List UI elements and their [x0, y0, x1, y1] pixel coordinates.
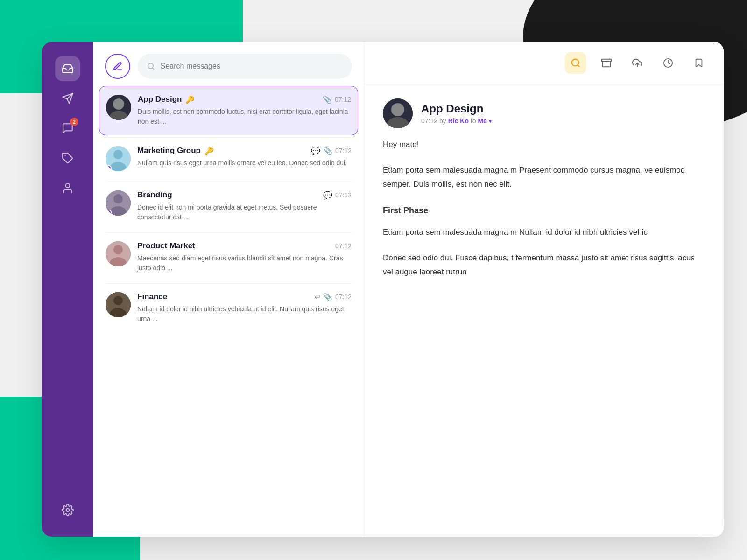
conv-avatar-branding [106, 190, 131, 216]
settings-icon [62, 504, 74, 516]
svg-point-8 [113, 98, 124, 110]
conv-avatar-product [106, 241, 131, 266]
conv-preview-marketing: Nullam quis risus eget urna mollis ornar… [137, 158, 352, 168]
toolbar-archive-icon [601, 58, 612, 68]
attachment-icon-marketing: 📎 [323, 147, 332, 155]
key-icon-marketing: 🔑 [204, 147, 214, 155]
message-paragraph3: Donec sed odio dui. Fusce dapibus, t fer… [383, 251, 705, 280]
search-icon [147, 62, 155, 70]
svg-point-4 [66, 509, 70, 512]
app-container: 2 [42, 42, 724, 537]
compose-icon [113, 61, 123, 71]
toolbar-search-button[interactable] [565, 52, 586, 74]
conv-avatar-marketing [106, 146, 131, 171]
svg-point-14 [113, 194, 123, 203]
svg-line-23 [578, 65, 579, 67]
svg-point-11 [113, 150, 123, 159]
sidebar-item-settings[interactable] [55, 497, 80, 523]
conv-avatar-finance [106, 292, 131, 317]
message-info: App Design 07:12 by Ric Ko to Me ▾ [421, 102, 705, 125]
sidebar-item-contacts[interactable] [55, 175, 80, 201]
svg-point-29 [391, 103, 404, 116]
conv-time-marketing: 💬 📎 07:12 [311, 147, 352, 155]
conv-title-app-design: App Design 🔑 [138, 95, 195, 104]
conv-body-product: Product Market 07:12 Maecenas sed diam e… [137, 241, 352, 273]
attachment-icon-app-design: 📎 [323, 95, 332, 104]
conv-item-finance[interactable]: Finance ↩ 📎 07:12 Nullam id dolor id nib… [99, 284, 358, 332]
message-recipient: Me [478, 117, 486, 125]
inbox-icon [62, 63, 74, 75]
conv-time-branding: 💬 07:12 [323, 191, 352, 200]
conv-body-finance: Finance ↩ 📎 07:12 Nullam id dolor id nib… [137, 292, 352, 324]
svg-rect-24 [602, 59, 611, 62]
recipient-chevron[interactable]: ▾ [489, 118, 492, 125]
avatar-image-finance [106, 292, 131, 317]
online-dot-marketing [106, 165, 112, 171]
message-title: App Design [421, 102, 705, 115]
message-toolbar [364, 42, 724, 84]
message-meta: 07:12 by Ric Ko to Me ▾ [421, 117, 705, 125]
conv-item-marketing-group[interactable]: Marketing Group 🔑 💬 📎 07:12 Nullam quis … [99, 138, 358, 180]
conversation-panel: App Design 🔑 📎 07:12 Duis mollis, est no… [93, 42, 364, 537]
svg-point-20 [113, 296, 123, 305]
message-avatar-image [383, 98, 413, 128]
key-icon-app-design: 🔑 [185, 95, 195, 104]
contacts-icon [62, 182, 74, 194]
conv-body-marketing: Marketing Group 🔑 💬 📎 07:12 Nullam quis … [137, 146, 352, 168]
avatar-image-product [106, 241, 131, 266]
conv-header [93, 42, 364, 86]
conv-preview-branding: Donec id elit non mi porta gravida at eg… [137, 203, 352, 222]
message-section-title: First Phase [383, 203, 705, 218]
sidebar-item-tags[interactable] [55, 146, 80, 171]
conv-preview-finance: Nullam id dolor id nibh ultricies vehicu… [137, 304, 352, 324]
message-body: Hey mate! Etiam porta sem malesuada magn… [383, 138, 705, 280]
conv-item-product-market[interactable]: Product Market 07:12 Maecenas sed diam e… [99, 233, 358, 281]
svg-point-17 [113, 245, 123, 254]
conv-body-branding: Branding 💬 07:12 Donec id elit non mi po… [137, 190, 352, 222]
conv-title-marketing: Marketing Group 🔑 [137, 146, 214, 155]
conv-title-product: Product Market [137, 241, 195, 251]
conv-avatar-app-design [106, 95, 131, 120]
chat-icon-branding: 💬 [323, 191, 332, 200]
message-sender: Ric Ko [448, 117, 469, 125]
conv-body-app-design: App Design 🔑 📎 07:12 Duis mollis, est no… [138, 95, 351, 126]
conv-title-row-app-design: App Design 🔑 📎 07:12 [138, 95, 351, 104]
conv-item-branding[interactable]: Branding 💬 07:12 Donec id elit non mi po… [99, 182, 358, 231]
message-sender-row: App Design 07:12 by Ric Ko to Me ▾ [383, 98, 705, 128]
avatar-image-app-design [106, 95, 131, 120]
conversation-list: App Design 🔑 📎 07:12 Duis mollis, est no… [93, 86, 364, 537]
search-bar[interactable] [138, 54, 352, 79]
conv-preview-product: Maecenas sed diam eget risus varius blan… [137, 253, 352, 273]
conv-time-finance: ↩ 📎 07:12 [314, 293, 352, 301]
tag-icon [62, 152, 74, 164]
search-input[interactable] [161, 62, 343, 70]
message-content: App Design 07:12 by Ric Ko to Me ▾ Hey m… [364, 84, 724, 537]
toolbar-bookmark-button[interactable] [688, 52, 710, 74]
sidebar-item-send[interactable] [55, 86, 80, 111]
compose-button[interactable] [105, 54, 130, 79]
message-avatar [383, 98, 413, 128]
conv-item-app-design[interactable]: App Design 🔑 📎 07:12 Duis mollis, est no… [99, 86, 358, 135]
svg-line-6 [153, 68, 154, 69]
online-dot-branding [106, 210, 112, 215]
toolbar-upload-button[interactable] [627, 52, 648, 74]
sidebar-item-inbox[interactable] [55, 56, 80, 81]
conv-time-app-design: 📎 07:12 [323, 95, 351, 104]
sidebar: 2 [42, 42, 93, 537]
messages-badge: 2 [70, 118, 78, 126]
toolbar-archive-button[interactable] [596, 52, 617, 74]
conv-title-row-finance: Finance ↩ 📎 07:12 [137, 292, 352, 301]
toolbar-clock-button[interactable] [657, 52, 679, 74]
attachment-icon-finance: 📎 [323, 293, 332, 301]
conv-title-finance: Finance [137, 292, 167, 301]
toolbar-upload-icon [632, 58, 642, 68]
sidebar-item-messages[interactable]: 2 [55, 116, 80, 141]
chat-icon-marketing: 💬 [311, 147, 320, 155]
toolbar-clock-icon [663, 58, 673, 68]
conv-time-product: 07:12 [335, 242, 352, 250]
conv-title-row-branding: Branding 💬 07:12 [137, 190, 352, 200]
message-paragraph2: Etiam porta sem malesuada magna m Nullam… [383, 225, 705, 240]
conv-title-branding: Branding [137, 190, 172, 200]
send-icon [62, 92, 74, 105]
toolbar-bookmark-icon [694, 58, 704, 68]
